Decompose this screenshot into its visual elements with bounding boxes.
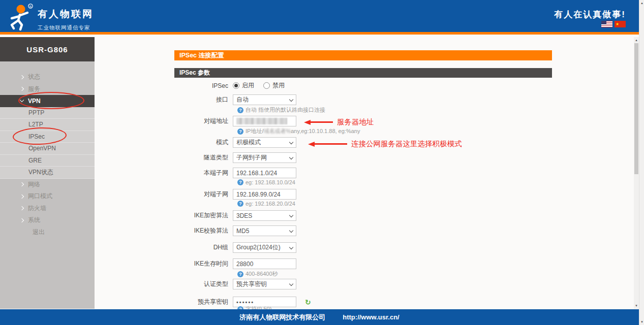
footer-url[interactable]: http://www.usr.cn/ — [343, 313, 399, 321]
sidebar-item-status[interactable]: 状态 — [0, 71, 95, 83]
sidebar-item-label: 网口模式 — [28, 192, 52, 201]
content-scrollbar[interactable]: ▲ ▼ — [634, 37, 639, 309]
annotation-text: 服务器地址 — [337, 117, 374, 127]
radio-disable[interactable]: 禁用 — [263, 81, 285, 90]
brand-subtitle: 工业物联网通信专家 — [38, 24, 94, 31]
page-scrollbar[interactable]: ▲ ▼ — [639, 0, 644, 325]
select-value: Group2(1024位) — [236, 243, 281, 252]
input-value: •••••• — [236, 299, 254, 305]
sidebar-item-openvpn[interactable]: OpenVPN — [0, 143, 95, 155]
footer-company: 济南有人物联网技术有限公司 — [239, 313, 325, 322]
scroll-down-icon[interactable]: ▼ — [634, 303, 639, 308]
peer-subnet-input[interactable]: 192.168.99.0/24 — [233, 189, 296, 200]
usr-logo-icon: R — [5, 3, 36, 32]
select-value: 自动 — [236, 95, 249, 104]
interface-hint: ? 自动 指使用的默认路由接口连接 — [237, 106, 325, 114]
form-row-peer-subnet: 对端子网 192.168.99.0/24 — [174, 189, 552, 200]
field-label: 接口 — [174, 95, 233, 104]
annotation-text: 连接公网服务器这里选择积极模式 — [351, 139, 462, 149]
select-value: 子网到子网 — [236, 153, 267, 162]
sidebar-item-pptp[interactable]: PPTP — [0, 107, 95, 119]
local-subnet-input[interactable]: 192.168.1.0/24 — [233, 168, 296, 178]
chevron-down-icon — [289, 245, 293, 249]
radio-icon-selected[interactable] — [233, 82, 239, 89]
radio-label: 启用 — [242, 81, 254, 90]
chevron-down-icon — [20, 98, 24, 102]
sidebar-item-label: 退出 — [33, 228, 45, 237]
sidebar-item-system[interactable]: 系统 — [0, 214, 95, 226]
sidebar-item-service[interactable]: 服务 — [0, 83, 95, 95]
peer-address-input[interactable] — [233, 116, 296, 126]
ike-encryption-select[interactable]: 3DES — [233, 210, 296, 221]
chevron-down-icon — [289, 155, 293, 159]
sidebar-item-logout[interactable]: 退出 — [0, 226, 95, 239]
brand-title: 有人物联网 — [38, 8, 94, 21]
ike-lifetime-hint: ? 400-86400秒 — [237, 270, 278, 278]
sidebar-item-firewall[interactable]: 防火墙 — [0, 203, 95, 215]
english-flag-icon[interactable] — [601, 21, 612, 27]
sidebar-item-label: L2TP — [28, 121, 43, 128]
scroll-down-icon[interactable]: ▼ — [639, 319, 644, 324]
sidebar: USR-G806 状态服务VPNPPTPL2TPIPSecOpenVPNGREV… — [0, 37, 95, 309]
sidebar-item-label: VPN状态 — [28, 168, 53, 177]
hint-text: eg: 192.168.10.0/24 — [246, 179, 295, 185]
ipsec-enable-radio-group: 启用 禁用 — [233, 81, 285, 90]
scrollbar-thumb[interactable] — [634, 43, 638, 174]
ike-lifetime-input[interactable]: 28800 — [233, 258, 296, 269]
sidebar-item-gre[interactable]: GRE — [0, 155, 95, 167]
sidebar-item-vpn-status[interactable]: VPN状态 — [0, 167, 95, 179]
select-value: 3DES — [236, 212, 252, 219]
dh-group-select[interactable]: Group2(1024位) — [233, 242, 296, 253]
device-name: USR-G806 — [0, 37, 95, 61]
hint-text: IP地址/域名或者%any,eg:10.10.1.88, eg:%any — [246, 127, 360, 135]
page-title: IPSec 连接配置 — [174, 50, 552, 60]
field-label: 对端子网 — [174, 190, 233, 199]
auth-type-select[interactable]: 预共享密钥 — [233, 279, 296, 289]
field-label: 模式 — [174, 138, 233, 147]
scroll-up-icon[interactable]: ▲ — [639, 1, 644, 6]
field-label: IKE生存时间 — [174, 259, 233, 268]
sidebar-item-label: PPTP — [28, 109, 44, 116]
chevron-down-icon — [289, 213, 293, 217]
language-flags: ★ — [601, 21, 626, 27]
mode-select[interactable]: 积极模式 — [233, 137, 296, 148]
hint-text: 400-86400秒 — [246, 270, 278, 278]
sidebar-item-ipsec[interactable]: IPSec — [0, 131, 95, 143]
chinese-flag-icon[interactable]: ★ — [615, 21, 626, 27]
sidebar-item-l2tp[interactable]: L2TP — [0, 119, 95, 131]
sidebar-item-port-mode[interactable]: 网口模式 — [0, 190, 95, 203]
local-subnet-hint: ? eg: 192.168.10.0/24 — [237, 179, 295, 185]
sidebar-item-label: 系统 — [28, 216, 40, 224]
sidebar-item-label: 网络 — [28, 180, 40, 189]
field-label: IKE加密算法 — [174, 211, 233, 220]
ike-hash-select[interactable]: MD5 — [233, 225, 296, 236]
select-value: 积极模式 — [236, 138, 261, 147]
form-row-ike-hash: IKE校验算法 MD5 — [174, 225, 552, 236]
chevron-down-icon — [289, 281, 293, 285]
radio-icon[interactable] — [263, 82, 270, 89]
radio-enable[interactable]: 启用 — [233, 81, 254, 90]
sidebar-item-label: 服务 — [28, 85, 40, 93]
sidebar-item-vpn[interactable]: VPN — [0, 95, 95, 107]
scroll-up-icon[interactable]: ▲ — [634, 38, 639, 43]
form-row-tunnel-type: 隧道类型 子网到子网 — [174, 152, 552, 163]
chevron-right-icon — [20, 194, 24, 199]
field-label: IPSec — [174, 82, 233, 89]
sidebar-item-label: IPSec — [28, 133, 45, 140]
interface-select[interactable]: 自动 — [233, 94, 296, 105]
sidebar-item-network[interactable]: 网络 — [0, 179, 95, 191]
page: R 有人物联网 工业物联网通信专家 有人在认真做事! ★ USR-G806 状态… — [0, 0, 644, 325]
radio-label: 禁用 — [272, 81, 285, 90]
sidebar-item-label: GRE — [28, 157, 42, 164]
form-row-ike-lifetime: IKE生存时间 28800 — [174, 258, 552, 269]
input-value: 192.168.1.0/24 — [236, 170, 277, 177]
peer-address-hint: ? IP地址/域名或者%any,eg:10.10.1.88, eg:%any — [237, 127, 360, 135]
chevron-down-icon — [289, 140, 293, 144]
red-arrow-icon — [304, 120, 311, 125]
field-label: 认证类型 — [174, 280, 233, 288]
sidebar-item-label: 状态 — [28, 73, 40, 81]
tunnel-type-select[interactable]: 子网到子网 — [233, 152, 296, 163]
refresh-icon[interactable]: ↻ — [305, 298, 311, 306]
form-row-dh-group: DH组 Group2(1024位) — [174, 242, 552, 253]
sidebar-item-label: VPN — [28, 98, 41, 105]
